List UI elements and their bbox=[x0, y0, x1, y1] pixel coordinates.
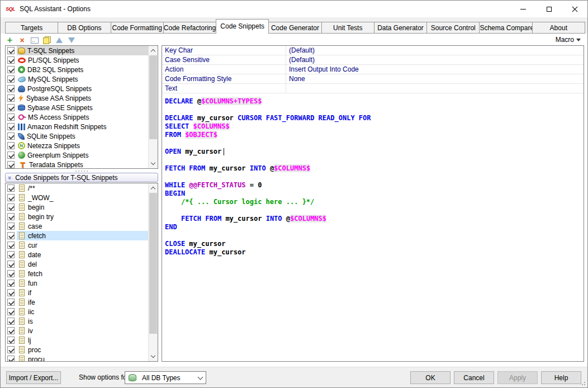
import-export-button[interactable]: Import / Export... bbox=[6, 371, 61, 384]
tab-code-snippets[interactable]: Code Snippets bbox=[216, 19, 269, 34]
snippet-row[interactable]: begin bbox=[6, 202, 148, 212]
checkbox[interactable] bbox=[7, 184, 15, 192]
category-row[interactable]: Amazon Redshift Snippets bbox=[6, 122, 148, 131]
tab-data-generator[interactable]: Data Generator bbox=[374, 22, 427, 34]
macro-dropdown[interactable]: Macro bbox=[556, 36, 581, 44]
checkbox[interactable] bbox=[7, 223, 15, 230]
checkbox[interactable] bbox=[7, 47, 15, 54]
tab-source-control[interactable]: Source Control bbox=[426, 22, 480, 34]
tab-schema-compare[interactable]: Schema Compare bbox=[479, 22, 532, 34]
scrollbar-thumb[interactable] bbox=[149, 193, 157, 334]
snippet-row[interactable]: fetch bbox=[6, 269, 148, 278]
checkbox[interactable] bbox=[7, 161, 15, 168]
snippet-row[interactable]: case bbox=[6, 221, 148, 231]
tab-about[interactable]: About bbox=[532, 22, 585, 34]
tab-code-generator[interactable]: Code Generator bbox=[268, 22, 321, 34]
category-row[interactable]: NNetezza Snippets bbox=[6, 141, 148, 150]
scroll-up-arrow-icon[interactable] bbox=[149, 46, 158, 55]
checkbox[interactable] bbox=[7, 123, 15, 130]
checkbox[interactable] bbox=[7, 270, 15, 277]
close-button[interactable] bbox=[562, 1, 587, 17]
db-type-select[interactable]: All DB Types bbox=[125, 371, 206, 384]
category-row[interactable]: DB2 SQL Snippets bbox=[6, 65, 148, 74]
maximize-button[interactable] bbox=[536, 1, 562, 17]
snippet-scrollbar[interactable] bbox=[148, 183, 158, 361]
property-row[interactable]: Text bbox=[162, 84, 584, 93]
checkbox[interactable] bbox=[7, 56, 15, 64]
checkbox[interactable] bbox=[7, 152, 15, 159]
category-scrollbar[interactable] bbox=[148, 46, 158, 168]
tab-targets[interactable]: Targets bbox=[5, 22, 58, 34]
scroll-up-arrow-icon[interactable] bbox=[149, 183, 158, 193]
checkbox[interactable] bbox=[7, 356, 15, 362]
snippet-row[interactable]: _WOW_ bbox=[6, 193, 148, 202]
checkbox[interactable] bbox=[7, 261, 15, 268]
checkbox[interactable] bbox=[7, 133, 15, 140]
ok-button[interactable]: OK bbox=[410, 371, 451, 384]
snippet-row[interactable]: is bbox=[6, 316, 148, 326]
checkbox[interactable] bbox=[7, 327, 15, 334]
snippet-row[interactable]: begin try bbox=[6, 212, 148, 221]
category-row[interactable]: MS Access Snippets bbox=[6, 112, 148, 122]
property-row[interactable]: Case Sensitive(Default) bbox=[162, 55, 584, 65]
checkbox[interactable] bbox=[7, 251, 15, 258]
category-row[interactable]: T-SQL Snippets bbox=[6, 46, 148, 55]
checkbox[interactable] bbox=[7, 346, 15, 353]
snippets-header[interactable]: » Code Snippets for T-SQL Snippets bbox=[5, 173, 158, 182]
rename-button[interactable] bbox=[30, 36, 39, 45]
checkbox[interactable] bbox=[7, 142, 15, 149]
category-row[interactable]: PL/SQL Snippets bbox=[6, 55, 148, 65]
tab-code-refactoring[interactable]: Code Refactoring bbox=[163, 22, 216, 34]
snippet-row[interactable]: date bbox=[6, 250, 148, 259]
category-row[interactable]: Greenplum Snippets bbox=[6, 150, 148, 160]
checkbox[interactable] bbox=[7, 337, 15, 344]
snippet-row[interactable]: cfetch bbox=[6, 231, 148, 240]
add-button[interactable]: + bbox=[5, 36, 15, 45]
checkbox[interactable] bbox=[7, 75, 15, 83]
checkbox[interactable] bbox=[7, 242, 15, 249]
tab-code-formatting[interactable]: Code Formatting bbox=[111, 22, 164, 34]
snippet-row[interactable]: iv bbox=[6, 326, 148, 335]
snippet-row[interactable]: proc bbox=[6, 345, 148, 354]
snippet-row[interactable]: cur bbox=[6, 240, 148, 250]
checkbox[interactable] bbox=[7, 308, 15, 315]
cancel-button[interactable]: Cancel bbox=[454, 371, 494, 384]
checkbox[interactable] bbox=[7, 280, 15, 287]
move-down-button[interactable] bbox=[67, 36, 76, 45]
checkbox[interactable] bbox=[7, 104, 15, 111]
checkbox[interactable] bbox=[7, 204, 15, 211]
minimize-button[interactable] bbox=[510, 1, 536, 17]
category-row[interactable]: PostgreSQL Snippets bbox=[6, 84, 148, 93]
category-row[interactable]: MySQL Snippets bbox=[6, 74, 148, 84]
category-row[interactable]: TTeradata Snippets bbox=[6, 160, 148, 169]
snippet-row[interactable]: del bbox=[6, 259, 148, 269]
checkbox[interactable] bbox=[7, 94, 15, 102]
tab-db-options[interactable]: DB Options bbox=[58, 22, 111, 34]
apply-button[interactable]: Apply bbox=[497, 371, 538, 384]
checkbox[interactable] bbox=[7, 213, 15, 220]
scrollbar-thumb[interactable] bbox=[149, 55, 157, 139]
property-value[interactable]: (Default) bbox=[286, 55, 584, 64]
category-row[interactable]: SQLite Snippets bbox=[6, 131, 148, 141]
copy-button[interactable] bbox=[42, 36, 51, 45]
property-row[interactable]: Key Char(Default) bbox=[162, 46, 584, 55]
snippet-row[interactable]: if bbox=[6, 288, 148, 297]
snippet-row[interactable]: ife bbox=[6, 297, 148, 307]
checkbox[interactable] bbox=[7, 66, 15, 73]
checkbox[interactable] bbox=[7, 113, 15, 121]
checkbox[interactable] bbox=[7, 318, 15, 325]
scroll-down-arrow-icon[interactable] bbox=[149, 352, 158, 361]
property-value[interactable]: None bbox=[286, 74, 584, 83]
tab-unit-tests[interactable]: Unit Tests bbox=[321, 22, 374, 34]
help-button[interactable]: Help bbox=[541, 371, 581, 384]
property-value[interactable]: (Default) bbox=[286, 46, 584, 55]
checkbox[interactable] bbox=[7, 85, 15, 92]
snippet-row[interactable]: /** bbox=[6, 183, 148, 193]
snippet-row[interactable]: iic bbox=[6, 307, 148, 316]
move-up-button[interactable] bbox=[54, 36, 64, 45]
checkbox[interactable] bbox=[7, 194, 15, 201]
property-row[interactable]: ActionInsert Output Into Code bbox=[162, 65, 584, 74]
checkbox[interactable] bbox=[7, 289, 15, 296]
snippet-text-editor[interactable]: DECLARE @$COLUMNS+TYPES$ DECLARE my_curs… bbox=[162, 93, 584, 361]
snippet-row[interactable]: fun bbox=[6, 278, 148, 288]
